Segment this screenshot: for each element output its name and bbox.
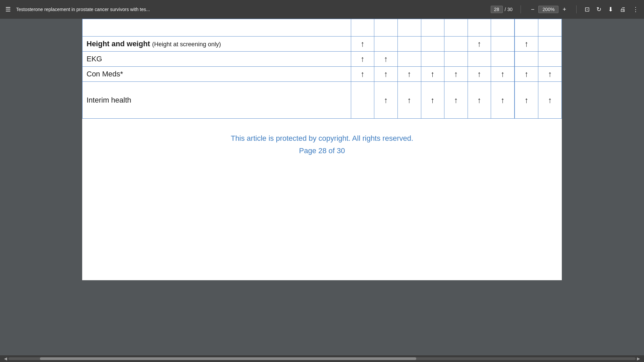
bottom-scrollbar[interactable]: ◀ ▶ bbox=[0, 355, 644, 362]
pdf-page: Height and weight (Height at screening o… bbox=[82, 19, 562, 280]
fit-page-icon[interactable]: ⊡ bbox=[585, 6, 590, 13]
zoom-out-button[interactable]: − bbox=[529, 5, 537, 14]
content-area: Height and weight (Height at screening o… bbox=[0, 19, 644, 355]
document-title: Testosterone replacement in prostate can… bbox=[16, 7, 485, 12]
copyright-footer: This article is protected by copyright. … bbox=[82, 132, 562, 167]
table-row: EKG ↑ ↑ bbox=[83, 52, 562, 67]
scroll-left-arrow[interactable]: ◀ bbox=[3, 356, 8, 361]
menu-icon[interactable]: ☰ bbox=[5, 6, 11, 13]
print-icon[interactable]: 🖨 bbox=[620, 6, 626, 13]
copyright-text: This article is protected by copyright. … bbox=[82, 132, 562, 144]
table-row: Interim health ↑ ↑ ↑ ↑ ↑ ↑ ↑ ↑ bbox=[83, 82, 562, 119]
download-icon[interactable]: ⬇ bbox=[608, 6, 613, 13]
zoom-in-button[interactable]: + bbox=[560, 5, 568, 14]
table-row: Height and weight (Height at screening o… bbox=[83, 37, 562, 52]
page-input[interactable] bbox=[491, 6, 503, 13]
schedule-table: Height and weight (Height at screening o… bbox=[82, 19, 562, 119]
rotate-icon[interactable]: ↻ bbox=[596, 6, 601, 13]
page-separator: / 30 bbox=[505, 7, 513, 12]
toolbar-divider-2 bbox=[576, 5, 577, 13]
scroll-track[interactable] bbox=[8, 357, 636, 360]
scroll-thumb[interactable] bbox=[40, 357, 416, 360]
page-number: Page 28 of 30 bbox=[82, 144, 562, 157]
scroll-right-arrow[interactable]: ▶ bbox=[636, 356, 641, 361]
page-navigation: / 30 bbox=[491, 6, 513, 13]
zoom-input[interactable] bbox=[538, 6, 558, 13]
toolbar: ☰ Testosterone replacement in prostate c… bbox=[0, 0, 644, 19]
toolbar-right-icons: ⊡ ↻ ⬇ 🖨 ⋮ bbox=[585, 6, 639, 13]
table-row: Con Meds* ↑ ↑ ↑ ↑ ↑ ↑ ↑ ↑ ↑ bbox=[83, 67, 562, 82]
table-row bbox=[83, 19, 562, 37]
toolbar-divider-1 bbox=[521, 5, 521, 13]
zoom-controls: − + bbox=[529, 5, 568, 14]
table-container: Height and weight (Height at screening o… bbox=[82, 19, 562, 119]
more-options-icon[interactable]: ⋮ bbox=[633, 6, 639, 13]
